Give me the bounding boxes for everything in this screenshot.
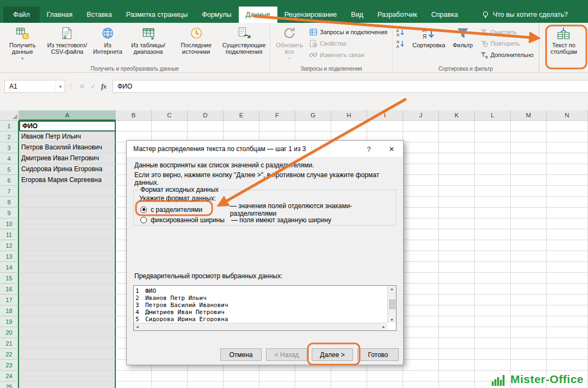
sort-button[interactable]: АЯСортировка <box>410 24 447 48</box>
column-header-E[interactable]: E <box>224 110 259 121</box>
cell-L20[interactable] <box>475 327 511 338</box>
cell-K15[interactable] <box>439 273 475 284</box>
cell-L1[interactable] <box>475 121 511 132</box>
cell-J17[interactable] <box>403 295 439 305</box>
cell-N19[interactable] <box>547 316 588 327</box>
cell-J11[interactable] <box>403 229 439 240</box>
filter-button[interactable]: Фильтр <box>448 24 478 48</box>
cell-A15[interactable] <box>19 273 116 284</box>
cell-M15[interactable] <box>511 273 547 284</box>
preview-vertical-scrollbar[interactable]: ▲ ▼ <box>387 286 396 323</box>
cell-J19[interactable] <box>403 316 439 327</box>
cell-M10[interactable] <box>511 218 547 229</box>
cell-A19[interactable] <box>19 316 116 327</box>
formula-input[interactable]: ФИО <box>113 80 588 93</box>
cell-K6[interactable] <box>439 175 475 186</box>
cell-N6[interactable] <box>547 175 588 186</box>
cell-N2[interactable] <box>547 132 588 142</box>
row-header-19[interactable]: 19 <box>0 316 19 327</box>
cell-L23[interactable] <box>475 360 511 371</box>
cell-L6[interactable] <box>475 175 511 186</box>
cell-A16[interactable] <box>19 284 116 295</box>
cell-J2[interactable] <box>403 132 439 142</box>
row-header-1[interactable]: 1 <box>0 121 19 132</box>
tell-me[interactable]: Что вы хотите сделать? <box>481 7 568 23</box>
cell-K20[interactable] <box>439 327 475 338</box>
cell-K16[interactable] <box>439 284 475 295</box>
cell-M7[interactable] <box>511 186 547 197</box>
cell-A3[interactable]: Петров Василий Иванович <box>19 142 116 153</box>
row-header-15[interactable]: 15 <box>0 273 19 284</box>
cell-J9[interactable] <box>403 208 439 218</box>
tab-Вид[interactable]: Вид <box>344 7 370 23</box>
cell-N7[interactable] <box>547 186 588 197</box>
cell-A5[interactable]: Сидорова Ирина Егоровна <box>19 164 116 175</box>
tab-file[interactable]: Файл <box>3 7 40 23</box>
column-header-L[interactable]: L <box>475 110 511 121</box>
cell-I1[interactable] <box>367 121 403 132</box>
tab-Данные[interactable]: Данные <box>239 7 277 23</box>
from-text-csv-button[interactable]: aИз текстового/ CSV-файла <box>43 24 91 55</box>
cell-A11[interactable] <box>19 229 116 240</box>
cell-N1[interactable] <box>547 121 588 132</box>
cell-J4[interactable] <box>403 153 439 164</box>
cell-J3[interactable] <box>403 142 439 153</box>
cell-M2[interactable] <box>511 132 547 142</box>
cell-C24[interactable] <box>152 371 188 381</box>
cell-N11[interactable] <box>547 229 588 240</box>
cell-G25[interactable] <box>295 381 331 388</box>
cell-M18[interactable] <box>511 305 547 316</box>
row-header-13[interactable]: 13 <box>0 251 19 262</box>
recent-sources-button[interactable]: Последние источники <box>172 24 220 55</box>
cell-A18[interactable] <box>19 305 116 316</box>
cell-M5[interactable] <box>511 164 547 175</box>
cell-M21[interactable] <box>511 338 547 349</box>
cell-L22[interactable] <box>475 349 511 360</box>
from-web-button[interactable]: Из Интернета <box>91 24 124 55</box>
cell-K13[interactable] <box>439 251 475 262</box>
scroll-right-icon[interactable]: ► <box>382 325 386 329</box>
tab-Разработчик[interactable]: Разработчик <box>370 7 424 23</box>
cell-L11[interactable] <box>475 229 511 240</box>
row-header-17[interactable]: 17 <box>0 295 19 305</box>
confirm-entry-icon[interactable]: ✓ <box>88 83 98 90</box>
cell-A20[interactable] <box>19 327 116 338</box>
row-header-9[interactable]: 9 <box>0 208 19 218</box>
cell-J25[interactable] <box>403 381 439 388</box>
dialog-button-back[interactable]: < Назад <box>266 348 307 361</box>
cell-A22[interactable] <box>19 349 116 360</box>
row-header-12[interactable]: 12 <box>0 240 19 251</box>
cell-F24[interactable] <box>259 371 295 381</box>
cell-A2[interactable]: Иванов Петр Ильич <box>19 132 116 142</box>
cell-J10[interactable] <box>403 218 439 229</box>
cell-J13[interactable] <box>403 251 439 262</box>
cell-H24[interactable] <box>331 371 367 381</box>
cell-N23[interactable] <box>547 360 588 371</box>
cell-J6[interactable] <box>403 175 439 186</box>
formula-bar-handle[interactable]: ⋮ <box>65 83 77 90</box>
scrollbar-thumb[interactable] <box>389 299 395 309</box>
cell-A21[interactable] <box>19 338 116 349</box>
cell-A13[interactable] <box>19 251 116 262</box>
advanced-filter-button[interactable]: Дополнительно <box>478 49 537 60</box>
dialog-help-button[interactable]: ? <box>357 141 380 157</box>
cell-K1[interactable] <box>439 121 475 132</box>
tab-Формулы[interactable]: Формулы <box>195 7 238 23</box>
cell-M13[interactable] <box>511 251 547 262</box>
cell-N17[interactable] <box>547 295 588 305</box>
insert-function-icon[interactable]: fx <box>98 83 109 91</box>
cell-L15[interactable] <box>475 273 511 284</box>
cell-M23[interactable] <box>511 360 547 371</box>
cell-K9[interactable] <box>439 208 475 218</box>
cell-L19[interactable] <box>475 316 511 327</box>
column-header-D[interactable]: D <box>188 110 224 121</box>
cell-N3[interactable] <box>547 142 588 153</box>
cell-M3[interactable] <box>511 142 547 153</box>
cell-K8[interactable] <box>439 197 475 208</box>
cell-A9[interactable] <box>19 208 116 218</box>
name-box[interactable]: A1 ▾ <box>4 80 65 93</box>
cell-M12[interactable] <box>511 240 547 251</box>
cell-K21[interactable] <box>439 338 475 349</box>
cell-A8[interactable] <box>19 197 116 208</box>
cell-L12[interactable] <box>475 240 511 251</box>
